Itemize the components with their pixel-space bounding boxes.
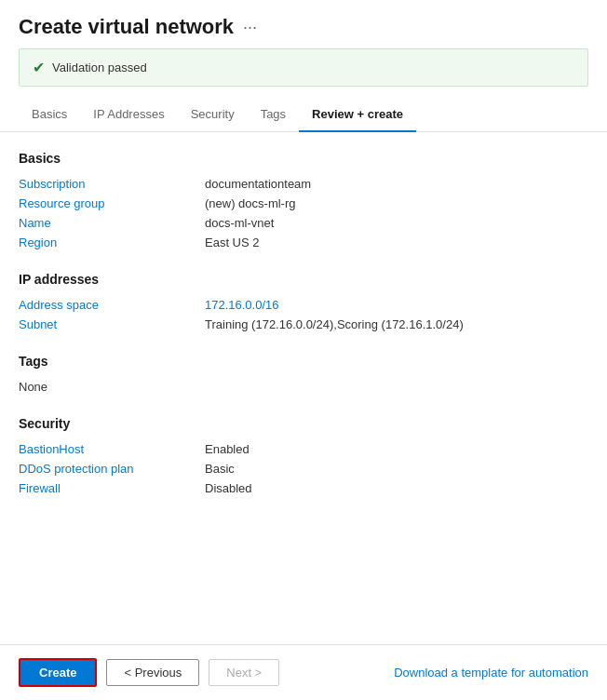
- field-ddos-label: DDoS protection plan: [19, 462, 205, 476]
- tags-value: None: [19, 380, 588, 394]
- field-address-space: Address space 172.16.0.0/16: [19, 298, 588, 312]
- field-resource-group-label: Resource group: [19, 196, 205, 210]
- tab-bar: Basics IP Addresses Security Tags Review…: [0, 98, 607, 132]
- field-subscription: Subscription documentationteam: [19, 177, 588, 191]
- field-subscription-label: Subscription: [19, 177, 205, 191]
- field-bastion-host-value: Enabled: [205, 442, 250, 456]
- field-address-space-value: 172.16.0.0/16: [205, 298, 279, 312]
- footer: Create < Previous Next > Download a temp…: [0, 644, 607, 700]
- field-ddos-value: Basic: [205, 462, 235, 476]
- field-ddos: DDoS protection plan Basic: [19, 462, 588, 476]
- field-address-space-label: Address space: [19, 298, 205, 312]
- section-security: Security BastionHost Enabled DDoS protec…: [19, 416, 588, 495]
- validation-text: Validation passed: [52, 61, 147, 74]
- page-menu-icon[interactable]: ···: [243, 18, 257, 37]
- section-security-title: Security: [19, 416, 588, 431]
- main-content: Basics Subscription documentationteam Re…: [0, 132, 607, 644]
- tab-ip-addresses[interactable]: IP Addresses: [80, 98, 177, 132]
- field-firewall-value: Disabled: [205, 481, 252, 495]
- field-subnet-value: Training (172.16.0.0/24),Scoring (172.16…: [205, 317, 464, 331]
- field-firewall: Firewall Disabled: [19, 481, 588, 495]
- page-title: Create virtual network: [19, 15, 234, 39]
- section-basics-title: Basics: [19, 151, 588, 166]
- tab-security[interactable]: Security: [178, 98, 248, 132]
- previous-button[interactable]: < Previous: [106, 659, 199, 686]
- field-region-value: East US 2: [205, 236, 260, 249]
- field-region-label: Region: [19, 236, 205, 249]
- field-name-label: Name: [19, 216, 205, 230]
- section-basics: Basics Subscription documentationteam Re…: [19, 151, 588, 249]
- field-bastion-host-label: BastionHost: [19, 442, 205, 456]
- section-ip-addresses: IP addresses Address space 172.16.0.0/16…: [19, 272, 588, 331]
- template-link[interactable]: Download a template for automation: [394, 666, 588, 680]
- tab-tags[interactable]: Tags: [248, 98, 299, 132]
- validation-check-icon: ✔: [33, 59, 45, 76]
- field-name: Name docs-ml-vnet: [19, 216, 588, 230]
- section-tags: Tags None: [19, 354, 588, 394]
- tab-basics[interactable]: Basics: [19, 98, 80, 132]
- field-resource-group-value: (new) docs-ml-rg: [205, 196, 296, 210]
- field-name-value: docs-ml-vnet: [205, 216, 274, 230]
- field-subscription-value: documentationteam: [205, 177, 311, 191]
- field-firewall-label: Firewall: [19, 481, 205, 495]
- section-tags-title: Tags: [19, 354, 588, 369]
- field-bastion-host: BastionHost Enabled: [19, 442, 588, 456]
- field-subnet-label: Subnet: [19, 317, 205, 331]
- validation-banner: ✔ Validation passed: [19, 48, 588, 87]
- section-ip-addresses-title: IP addresses: [19, 272, 588, 287]
- next-button[interactable]: Next >: [209, 659, 279, 686]
- field-region: Region East US 2: [19, 236, 588, 249]
- create-button[interactable]: Create: [19, 658, 97, 687]
- tab-review-create[interactable]: Review + create: [299, 98, 416, 132]
- field-resource-group: Resource group (new) docs-ml-rg: [19, 196, 588, 210]
- field-subnet: Subnet Training (172.16.0.0/24),Scoring …: [19, 317, 588, 331]
